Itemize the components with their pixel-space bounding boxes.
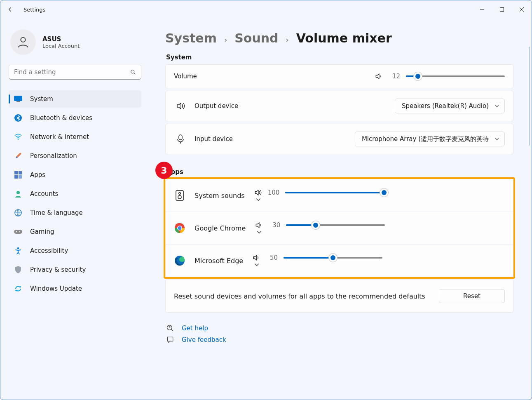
expand-button[interactable] xyxy=(255,229,264,235)
breadcrumb-system[interactable]: System xyxy=(165,31,217,45)
expand-button[interactable] xyxy=(252,262,261,268)
search-icon xyxy=(130,69,136,75)
scrollbar[interactable] xyxy=(529,47,530,146)
globe-icon xyxy=(14,208,23,217)
svg-point-15 xyxy=(16,231,17,232)
annotation-badge: 3 xyxy=(155,162,173,179)
apps-card: System sounds 100 xyxy=(165,179,513,277)
app-volume-control: 50 xyxy=(252,254,382,262)
svg-rect-8 xyxy=(14,171,18,174)
close-button[interactable] xyxy=(512,0,532,19)
search-input[interactable] xyxy=(9,65,141,80)
speaker-box-icon xyxy=(174,190,185,201)
search-box[interactable] xyxy=(9,65,141,80)
maximize-button[interactable] xyxy=(492,0,512,19)
sidebar-item-label: Bluetooth & devices xyxy=(30,114,92,122)
maximize-icon xyxy=(499,7,504,12)
section-heading-system: System xyxy=(166,54,513,61)
main-content: System › Sound › Volume mixer System Vol… xyxy=(149,19,532,400)
svg-point-17 xyxy=(17,247,19,249)
speaker-icon[interactable] xyxy=(254,188,262,197)
app-volume-slider[interactable] xyxy=(284,254,382,262)
shield-icon xyxy=(14,265,23,274)
system-volume-control: 12 xyxy=(375,72,505,80)
sidebar-item-gaming[interactable]: Gaming xyxy=(9,223,141,240)
svg-point-20 xyxy=(179,193,180,194)
sidebar-item-label: Gaming xyxy=(30,228,54,235)
sidebar-item-label: System xyxy=(30,95,53,103)
reset-button-label: Reset xyxy=(463,292,480,300)
expand-button[interactable] xyxy=(254,197,263,202)
brush-icon xyxy=(14,151,23,160)
svg-rect-9 xyxy=(19,171,22,174)
speaker-wave-icon xyxy=(174,101,187,111)
sidebar-item-label: Accessibility xyxy=(30,247,68,254)
monitor-icon xyxy=(14,94,23,104)
edge-icon xyxy=(174,255,185,266)
sidebar-item-update[interactable]: Windows Update xyxy=(9,280,141,297)
app-volume-control: 30 xyxy=(255,221,385,229)
chevron-down-icon xyxy=(255,197,261,202)
person-icon xyxy=(16,35,30,49)
reset-button[interactable]: Reset xyxy=(439,289,505,303)
sidebar-item-privacy[interactable]: Privacy & security xyxy=(9,261,141,278)
chrome-icon xyxy=(174,222,185,234)
sidebar-item-label: Accounts xyxy=(30,190,58,198)
sidebar-item-label: Time & language xyxy=(30,209,83,216)
sidebar-item-label: Windows Update xyxy=(30,285,82,292)
help-row: Get help xyxy=(165,324,513,332)
sidebar-item-network[interactable]: Network & internet xyxy=(9,128,141,146)
sidebar-item-time-language[interactable]: Time & language xyxy=(9,204,141,221)
app-volume-slider[interactable] xyxy=(285,188,384,197)
app-row-edge: Microsoft Edge 50 xyxy=(166,244,513,277)
svg-rect-14 xyxy=(14,230,22,234)
system-volume-value: 12 xyxy=(389,73,400,80)
user-block[interactable]: ASUS Local Account xyxy=(6,25,144,65)
feedback-icon xyxy=(166,336,174,344)
sidebar-item-personalization[interactable]: Personalization xyxy=(9,147,141,165)
back-button[interactable] xyxy=(0,0,19,19)
sidebar-item-system[interactable]: System xyxy=(9,90,141,108)
system-volume-slider[interactable] xyxy=(406,72,505,80)
input-device-card: Input device Microphone Array (适用于数字麦克风的… xyxy=(165,124,513,154)
sidebar-item-bluetooth[interactable]: Bluetooth & devices xyxy=(9,109,141,127)
nav: System Bluetooth & devices Network & int… xyxy=(9,90,141,297)
speaker-icon[interactable] xyxy=(375,72,383,80)
app-volume-slider[interactable] xyxy=(286,221,385,229)
svg-rect-1 xyxy=(500,8,504,12)
app-volume-value: 50 xyxy=(266,254,278,261)
page-title: Volume mixer xyxy=(296,31,392,45)
svg-point-21 xyxy=(178,195,181,199)
app-name-label: System sounds xyxy=(195,192,245,200)
microphone-icon xyxy=(174,134,187,144)
user-name: ASUS xyxy=(42,35,80,43)
app-row-chrome: Google Chrome 30 xyxy=(166,212,513,244)
output-device-dropdown[interactable]: Speakers (Realtek(R) Audio) xyxy=(395,99,505,113)
sidebar-item-accounts[interactable]: Accounts xyxy=(9,185,141,202)
app-name-label: Google Chrome xyxy=(195,224,246,232)
chevron-down-icon xyxy=(256,229,262,235)
accessibility-icon xyxy=(14,246,23,255)
close-icon xyxy=(519,7,524,12)
input-device-dropdown[interactable]: Microphone Array (适用于数字麦克风的英特 xyxy=(355,132,505,146)
speaker-icon[interactable] xyxy=(252,254,260,262)
breadcrumb-sound[interactable]: Sound xyxy=(234,31,278,45)
give-feedback-link[interactable]: Give feedback xyxy=(182,336,226,344)
apps-icon xyxy=(14,170,23,179)
avatar xyxy=(10,29,36,55)
titlebar: Settings xyxy=(0,0,532,19)
sidebar-item-apps[interactable]: Apps xyxy=(9,166,141,184)
svg-rect-10 xyxy=(14,175,18,179)
output-device-value: Speakers (Realtek(R) Audio) xyxy=(402,102,489,110)
input-device-value: Microphone Array (适用于数字麦克风的英特 xyxy=(362,135,489,143)
minimize-button[interactable] xyxy=(472,0,492,19)
bluetooth-icon xyxy=(14,113,23,122)
svg-point-2 xyxy=(21,38,25,42)
help-icon xyxy=(166,324,174,332)
speaker-icon[interactable] xyxy=(255,221,263,229)
app-row-system-sounds: System sounds 100 xyxy=(166,179,513,212)
sidebar-item-accessibility[interactable]: Accessibility xyxy=(9,242,141,259)
output-device-card: Output device Speakers (Realtek(R) Audio… xyxy=(165,91,513,121)
get-help-link[interactable]: Get help xyxy=(182,325,208,332)
svg-point-7 xyxy=(18,139,19,140)
